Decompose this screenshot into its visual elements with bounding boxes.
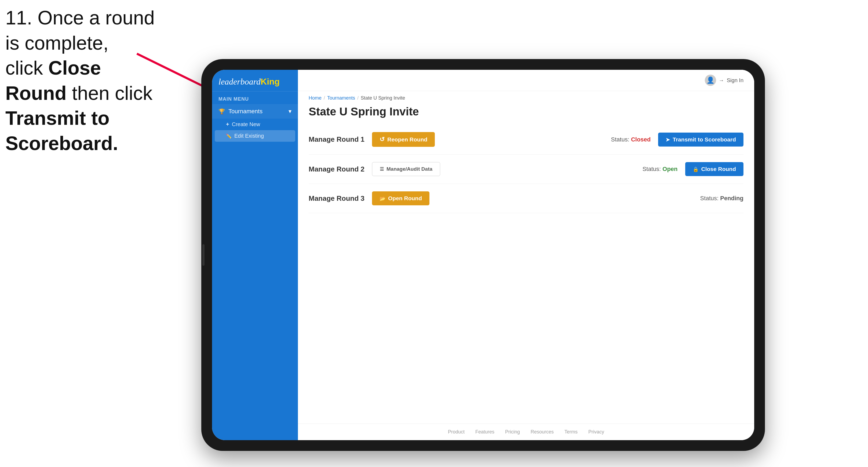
round-3-status: Status: Pending bbox=[700, 195, 743, 202]
round-1-title: Manage Round 1 bbox=[309, 135, 365, 144]
page-title: State U Spring Invite bbox=[298, 103, 754, 125]
sign-in-button[interactable]: Sign In bbox=[705, 74, 743, 86]
footer-link-privacy[interactable]: Privacy bbox=[588, 429, 604, 435]
round-2-left: Manage Round 2 Manage/Audit Data bbox=[309, 162, 440, 176]
round-3-row: Manage Round 3 Open Round Status: Pendin… bbox=[309, 184, 743, 213]
chevron-down-icon bbox=[288, 108, 291, 115]
open-round-button[interactable]: Open Round bbox=[372, 191, 429, 205]
edit-icon bbox=[226, 133, 231, 139]
reopen-round-button[interactable]: Reopen Round bbox=[372, 132, 435, 147]
instruction-bold-transmit: Transmit to Scoreboard. bbox=[5, 107, 118, 154]
round-2-status-value: Open bbox=[662, 165, 677, 172]
round-1-status-value: Closed bbox=[631, 136, 651, 143]
signin-icon bbox=[719, 77, 724, 84]
round-3-right: Status: Pending bbox=[700, 195, 743, 202]
footer-link-pricing[interactable]: Pricing bbox=[505, 429, 520, 435]
footer-link-product[interactable]: Product bbox=[448, 429, 465, 435]
footer-link-terms[interactable]: Terms bbox=[564, 429, 578, 435]
breadcrumb-tournaments[interactable]: Tournaments bbox=[327, 95, 355, 101]
sidebar-menu-label: MAIN MENU bbox=[212, 92, 298, 104]
round-3-title: Manage Round 3 bbox=[309, 194, 365, 203]
user-icon bbox=[706, 76, 714, 84]
rounds-container: Manage Round 1 Reopen Round Status: Clos… bbox=[298, 125, 754, 424]
sidebar-logo: leaderboardKing bbox=[212, 70, 298, 92]
round-2-status: Status: Open bbox=[643, 165, 678, 173]
manage-audit-data-button[interactable]: Manage/Audit Data bbox=[372, 162, 440, 176]
round-1-status: Status: Closed bbox=[611, 136, 651, 143]
tablet-screen: leaderboardKing MAIN MENU Tournaments Cr… bbox=[212, 70, 754, 440]
app-layout: leaderboardKing MAIN MENU Tournaments Cr… bbox=[212, 70, 754, 440]
round-3-left: Manage Round 3 Open Round bbox=[309, 191, 429, 205]
sidebar-edit-existing-label: Edit Existing bbox=[234, 133, 264, 139]
close-round-label: Close Round bbox=[701, 166, 736, 172]
trophy-icon bbox=[218, 108, 225, 115]
round-2-row: Manage Round 2 Manage/Audit Data Status:… bbox=[309, 155, 743, 184]
avatar bbox=[705, 74, 716, 86]
round-3-status-value: Pending bbox=[720, 195, 743, 201]
manage-icon bbox=[380, 166, 384, 172]
footer: Product Features Pricing Resources Terms… bbox=[298, 424, 754, 440]
logo-text: leaderboardKing bbox=[218, 77, 291, 86]
top-nav: Sign In bbox=[298, 70, 754, 91]
plus-icon bbox=[226, 121, 229, 127]
open-round-label: Open Round bbox=[388, 195, 422, 201]
sidebar: leaderboardKing MAIN MENU Tournaments Cr… bbox=[212, 70, 298, 440]
reopen-round-label: Reopen Round bbox=[387, 136, 427, 143]
close-icon bbox=[693, 166, 699, 172]
round-1-right: Status: Closed Transmit to Scoreboard bbox=[611, 132, 743, 147]
footer-link-resources[interactable]: Resources bbox=[531, 429, 554, 435]
sidebar-item-create-new[interactable]: Create New bbox=[212, 119, 298, 130]
sidebar-item-tournaments[interactable]: Tournaments bbox=[212, 104, 298, 119]
round-2-right: Status: Open Close Round bbox=[643, 162, 743, 176]
sidebar-create-new-label: Create New bbox=[232, 121, 260, 127]
main-content: Sign In Home / Tournaments / State U Spr… bbox=[298, 70, 754, 440]
tablet-frame: leaderboardKing MAIN MENU Tournaments Cr… bbox=[201, 59, 765, 451]
breadcrumb: Home / Tournaments / State U Spring Invi… bbox=[298, 91, 754, 103]
transmit-label: Transmit to Scoreboard bbox=[673, 136, 736, 143]
instruction-text: 11. Once a round is complete, click Clos… bbox=[5, 7, 155, 154]
tablet-side-button bbox=[203, 244, 205, 266]
sidebar-tournaments-label: Tournaments bbox=[228, 108, 262, 115]
instruction-block: 11. Once a round is complete, click Clos… bbox=[5, 5, 156, 156]
sign-in-label: Sign In bbox=[727, 77, 743, 84]
close-round-button[interactable]: Close Round bbox=[685, 162, 744, 176]
footer-link-features[interactable]: Features bbox=[475, 429, 494, 435]
transmit-to-scoreboard-button[interactable]: Transmit to Scoreboard bbox=[658, 132, 743, 147]
manage-audit-label: Manage/Audit Data bbox=[386, 166, 432, 172]
open-round-icon bbox=[379, 195, 385, 201]
round-1-row: Manage Round 1 Reopen Round Status: Clos… bbox=[309, 125, 743, 155]
instruction-bold-close: Close Round bbox=[5, 57, 101, 104]
round-1-left: Manage Round 1 Reopen Round bbox=[309, 132, 435, 147]
sidebar-item-edit-existing[interactable]: Edit Existing bbox=[215, 130, 295, 142]
round-2-title: Manage Round 2 bbox=[309, 165, 365, 174]
breadcrumb-sep-1: / bbox=[324, 95, 325, 101]
logo-king: King bbox=[260, 77, 280, 86]
breadcrumb-sep-2: / bbox=[357, 95, 359, 101]
breadcrumb-current: State U Spring Invite bbox=[361, 95, 405, 101]
reopen-icon bbox=[379, 136, 384, 143]
transmit-icon bbox=[665, 136, 670, 143]
breadcrumb-home[interactable]: Home bbox=[309, 95, 321, 101]
